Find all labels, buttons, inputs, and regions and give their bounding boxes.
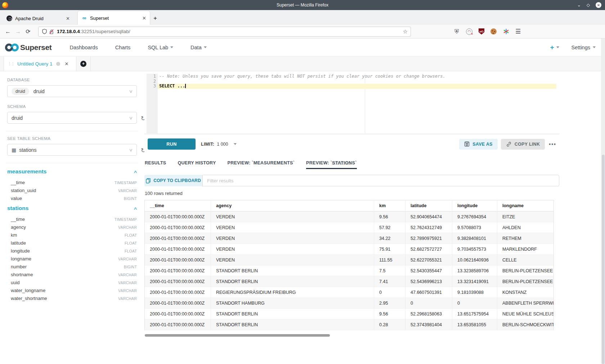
insecure-lock-icon[interactable] xyxy=(49,29,54,34)
menu-hamburger-icon[interactable]: ☰ xyxy=(515,28,521,35)
schema-column-row: __timeTIMESTAMP xyxy=(7,215,137,223)
column-type: VARCHAR xyxy=(118,225,137,229)
table-cell: 52.7890975921 xyxy=(405,233,452,244)
table-cell: 7.5 xyxy=(374,265,405,276)
column-name: longitude xyxy=(11,248,30,254)
nav-item-sql-lab[interactable]: SQL Lab xyxy=(139,45,182,50)
results-tab-1[interactable]: QUERY HISTORY xyxy=(178,156,216,169)
column-type: VARCHAR xyxy=(118,273,137,277)
pocket-extension-icon[interactable]: ⛨ xyxy=(453,28,460,35)
table-header-cell[interactable]: __time xyxy=(145,200,211,211)
new-browser-tab-button[interactable]: + xyxy=(153,15,157,22)
database-pill: druid xyxy=(12,88,29,95)
schema-section-header-stations[interactable]: stations∧ xyxy=(7,205,137,211)
schema-table-name[interactable]: measurements xyxy=(7,168,46,175)
navbar-items: DashboardsChartsSQL LabData xyxy=(61,45,215,50)
divider xyxy=(6,163,138,163)
limit-dropdown[interactable]: LIMIT: 1 000 xyxy=(201,142,237,147)
schema-column-row: water_longnameVARCHAR xyxy=(7,286,137,294)
table-header-cell[interactable]: agency xyxy=(211,200,374,211)
save-icon xyxy=(464,141,470,147)
table-row: 2000-01-01T00:00:00.000ZSTANDORT BERLIN7… xyxy=(145,276,554,287)
bookmark-star-icon[interactable]: ☆ xyxy=(403,28,408,35)
results-tab-2[interactable]: PREVIEW: `MEASUREMENTS` xyxy=(228,156,295,169)
window-restore-icon[interactable]: ◇ xyxy=(587,3,590,8)
sql-code-editor[interactable]: 123 -- Note: Unless you save your query,… xyxy=(147,74,556,133)
table-header-cell[interactable]: longitude xyxy=(452,200,497,211)
url-bar[interactable]: 172.18.0.4:32251/superset/sqllab/ ☆ xyxy=(38,27,411,37)
horizontal-scrollbar[interactable] xyxy=(145,334,330,337)
reload-icon[interactable]: ⟳ xyxy=(23,28,33,35)
table-cell: STANDORT BERLIN xyxy=(211,319,374,330)
navbar-plus-menu[interactable]: + xyxy=(550,44,559,51)
chevron-up-icon[interactable]: ∧ xyxy=(133,169,138,174)
settings-menu[interactable]: Settings xyxy=(572,45,596,50)
tab-close-icon[interactable]: ✕ xyxy=(63,16,70,21)
table-cell: 0 xyxy=(452,298,497,309)
page-scrollbar-thumb[interactable] xyxy=(602,155,605,364)
browser-titlebar: Superset — Mozilla Firefox ⌄ ◇ ✕ xyxy=(0,0,605,10)
schema-column-row: numberBIGINT xyxy=(7,263,137,270)
back-icon[interactable]: ← xyxy=(3,28,13,35)
filter-results-input[interactable] xyxy=(202,175,559,186)
nav-item-charts[interactable]: Charts xyxy=(107,45,139,50)
query-tab-close-icon[interactable]: ✕ xyxy=(65,61,69,67)
table-header-cell[interactable]: km xyxy=(374,200,405,211)
divider xyxy=(6,131,138,131)
cookie-extension-icon[interactable] xyxy=(490,28,497,35)
table-cell: 9.56 xyxy=(374,211,405,222)
browser-tab-superset[interactable]: ∞ Superset ✕ xyxy=(78,11,150,25)
schema-select[interactable]: druid ∨ ↻ xyxy=(7,112,137,124)
results-tab-3[interactable]: PREVIEW: `STATIONS` xyxy=(306,156,357,169)
database-select[interactable]: druid druid ∨ xyxy=(7,85,137,97)
new-query-tab-button[interactable]: + xyxy=(76,56,91,71)
chevron-down-icon: ∨ xyxy=(129,147,133,153)
table-cell: 111.55 xyxy=(374,255,405,265)
table-cell: 0 xyxy=(405,298,452,309)
table-cell: 2000-01-01T00:00:00.000Z xyxy=(145,265,211,276)
print-margin-line xyxy=(365,74,365,133)
table-cell: 2000-01-01T00:00:00.000Z xyxy=(145,298,211,309)
table-select[interactable]: ▦ stations ∨ ↻ xyxy=(7,144,137,156)
table-cell: 9.7034557573 xyxy=(452,244,497,255)
table-cell: VERDEN xyxy=(211,233,374,244)
nav-item-label: Dashboards xyxy=(70,45,98,50)
privacy-mask-extension-icon[interactable]: ◠ xyxy=(466,28,472,35)
table-cell: 0.28 xyxy=(374,319,405,330)
schema-section-header-measurements[interactable]: measurements∧ xyxy=(7,168,137,175)
drag-handle-icon[interactable]: ⋮⋮ xyxy=(8,62,14,66)
query-tab-untitled[interactable]: ⋮⋮ Untitled Query 1 ✕ xyxy=(4,56,76,71)
schema-table-name[interactable]: stations xyxy=(7,205,28,211)
column-name: water_longname xyxy=(11,288,45,293)
ublock-extension-icon[interactable]: uO xyxy=(479,28,484,35)
sql-editor-pane: 123 -- Note: Unless you save your query,… xyxy=(144,71,559,364)
table-cell: 0 xyxy=(374,287,405,298)
nav-item-dashboards[interactable]: Dashboards xyxy=(61,45,106,50)
table-header-cell[interactable]: latitude xyxy=(405,200,452,211)
schema-column-row: water_shortnameVARCHAR xyxy=(7,294,137,302)
save-as-button[interactable]: SAVE AS xyxy=(459,139,498,150)
run-button[interactable]: RUN xyxy=(148,138,196,150)
more-options-button[interactable]: ••• xyxy=(549,141,556,147)
results-tab-0[interactable]: RESULTS xyxy=(145,156,166,169)
tracking-shield-icon[interactable] xyxy=(42,29,47,34)
schema-column-row: valueBIGINT xyxy=(7,194,137,202)
tab-close-icon[interactable]: ✕ xyxy=(139,15,146,21)
table-cell: 9.3828408101 xyxy=(452,233,497,244)
browser-tab-title: Superset xyxy=(90,15,139,21)
table-cell: AHLDEN xyxy=(497,222,554,233)
copy-link-button[interactable]: COPY LINK xyxy=(501,139,545,150)
nav-item-data[interactable]: Data xyxy=(182,45,215,50)
url-text[interactable]: 172.18.0.4:32251/superset/sqllab/ xyxy=(57,29,403,34)
superset-logo-icon[interactable] xyxy=(4,43,19,52)
table-cell: 2000-01-01T00:00:00.000Z xyxy=(145,309,211,319)
asterisk-extension-icon[interactable] xyxy=(503,28,509,35)
window-close-icon[interactable]: ✕ xyxy=(596,2,601,8)
superset-brand[interactable]: Superset xyxy=(20,43,51,52)
window-minimize-icon[interactable]: ⌄ xyxy=(577,3,581,8)
table-header-cell[interactable]: longname xyxy=(497,200,554,211)
column-type: FLOAT xyxy=(125,241,137,245)
browser-tab-apache-druid[interactable]: Apache Druid ✕ xyxy=(3,12,73,25)
chevron-up-icon[interactable]: ∧ xyxy=(133,206,138,211)
copy-to-clipboard-button[interactable]: COPY TO CLIPBOARD xyxy=(144,175,202,186)
